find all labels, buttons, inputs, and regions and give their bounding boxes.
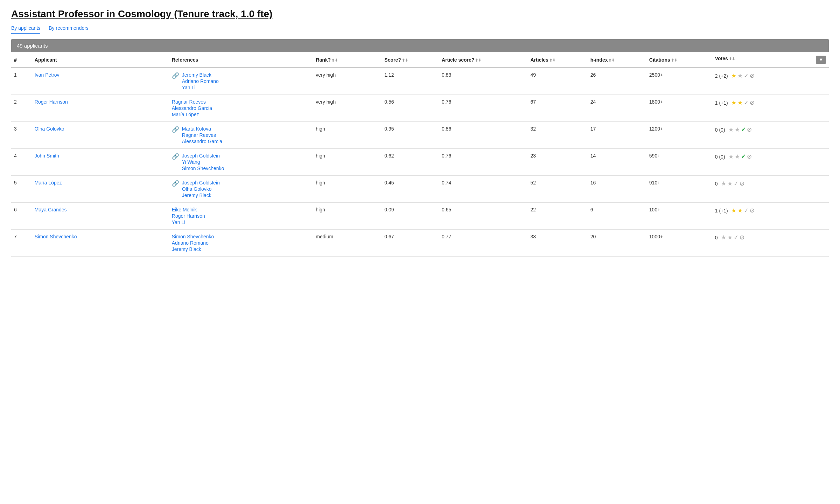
applicant-votes: 0 (0)★★✓⊘ xyxy=(712,122,829,149)
applicant-score: 0.95 xyxy=(382,122,439,149)
row-num: 4 xyxy=(11,149,32,176)
reference-link[interactable]: Alessandro Garcia xyxy=(182,139,222,144)
applicant-rank: high xyxy=(313,176,382,203)
applicant-article-score: 0.74 xyxy=(439,176,528,203)
applicant-name[interactable]: Ivan Petrov xyxy=(32,68,169,95)
applicant-rank: high xyxy=(313,122,382,149)
check-icon[interactable]: ✓ xyxy=(741,126,746,133)
reference-link[interactable]: Yan Li xyxy=(172,219,205,225)
applicant-name[interactable]: John Smith xyxy=(32,149,169,176)
reference-link[interactable]: Marta Kotova xyxy=(182,126,222,132)
applicant-references: 🔗Marta KotovaRagnar ReevesAlessandro Gar… xyxy=(169,122,313,149)
applicant-articles: 32 xyxy=(527,122,587,149)
applicant-name[interactable]: Simon Shevchenko xyxy=(32,230,169,257)
col-votes[interactable]: Votes⬆⬇ ▼ xyxy=(712,52,829,68)
reference-link[interactable]: Olha Golovko xyxy=(182,186,220,192)
check-icon[interactable]: ✓ xyxy=(734,180,738,187)
reference-link[interactable]: Simon Shevchenko xyxy=(172,234,214,239)
star-1-icon[interactable]: ★ xyxy=(731,72,736,79)
applicant-hindex: 26 xyxy=(588,68,646,95)
ban-icon[interactable]: ⊘ xyxy=(750,99,755,106)
applicant-articles: 67 xyxy=(527,95,587,122)
applicant-references: 🔗Joseph GoldsteinOlha GolovkoJeremy Blac… xyxy=(169,176,313,203)
check-icon[interactable]: ✓ xyxy=(734,234,738,241)
reference-link[interactable]: Adriano Romano xyxy=(172,240,214,246)
check-icon[interactable]: ✓ xyxy=(744,72,749,79)
reference-link[interactable]: Ragnar Reeves xyxy=(172,99,212,105)
star-2-icon[interactable]: ★ xyxy=(735,126,740,133)
votes-count: 0 (0) xyxy=(715,127,725,133)
star-1-icon[interactable]: ★ xyxy=(721,234,726,241)
applicant-rank: medium xyxy=(313,230,382,257)
star-2-icon[interactable]: ★ xyxy=(727,234,733,241)
applicant-articles: 23 xyxy=(527,149,587,176)
star-2-icon[interactable]: ★ xyxy=(737,207,743,214)
applicant-name[interactable]: Maya Grandes xyxy=(32,203,169,230)
reference-link[interactable]: Jeremy Black xyxy=(182,192,220,198)
applicant-votes: 0★★✓⊘ xyxy=(712,230,829,257)
star-1-icon[interactable]: ★ xyxy=(728,153,734,160)
star-1-icon[interactable]: ★ xyxy=(731,207,736,214)
filter-button[interactable]: ▼ xyxy=(816,56,826,64)
ban-icon[interactable]: ⊘ xyxy=(747,153,752,160)
tab-by-applicants[interactable]: By applicants xyxy=(11,25,40,34)
applicant-references: 🔗Joseph GoldsteinYi WangSimon Shevchenko xyxy=(169,149,313,176)
reference-link[interactable]: Joseph Goldstein xyxy=(182,153,224,159)
ban-icon[interactable]: ⊘ xyxy=(740,180,744,187)
check-icon[interactable]: ✓ xyxy=(741,153,746,160)
col-article-score[interactable]: Article score?⬆⬇ xyxy=(439,52,528,68)
tab-by-recommenders[interactable]: By recommenders xyxy=(49,25,89,34)
applicant-name[interactable]: Roger Harrison xyxy=(32,95,169,122)
table-row: 6Maya GrandesEike MelnikRoger HarrisonYa… xyxy=(11,203,829,230)
ban-icon[interactable]: ⊘ xyxy=(750,72,755,79)
applicant-name[interactable]: Olha Golovko xyxy=(32,122,169,149)
applicant-citations: 1000+ xyxy=(646,230,712,257)
votes-count: 1 (+1) xyxy=(715,100,728,106)
reference-link[interactable]: Yi Wang xyxy=(182,159,224,165)
star-1-icon[interactable]: ★ xyxy=(731,99,736,106)
applicant-hindex: 17 xyxy=(588,122,646,149)
table-row: 2Roger HarrisonRagnar ReevesAlessandro G… xyxy=(11,95,829,122)
applicant-article-score: 0.76 xyxy=(439,95,528,122)
reference-link[interactable]: Yan Li xyxy=(182,85,219,90)
reference-link[interactable]: Roger Harrison xyxy=(172,213,205,219)
check-icon[interactable]: ✓ xyxy=(744,207,749,214)
reference-link[interactable]: Ragnar Reeves xyxy=(182,132,222,138)
star-2-icon[interactable]: ★ xyxy=(735,153,740,160)
applicant-name[interactable]: María López xyxy=(32,176,169,203)
reference-link[interactable]: Joseph Goldstein xyxy=(182,180,220,186)
star-1-icon[interactable]: ★ xyxy=(728,126,734,133)
ban-icon[interactable]: ⊘ xyxy=(750,207,755,214)
row-num: 2 xyxy=(11,95,32,122)
applicant-votes: 2 (+2)★★✓⊘ xyxy=(712,68,829,95)
applicant-votes: 0★★✓⊘ xyxy=(712,176,829,203)
star-2-icon[interactable]: ★ xyxy=(727,180,733,187)
reference-link[interactable]: Eike Melnik xyxy=(172,207,205,212)
star-2-icon[interactable]: ★ xyxy=(737,72,743,79)
col-citations[interactable]: Citations⬆⬇ xyxy=(646,52,712,68)
ban-icon[interactable]: ⊘ xyxy=(747,126,752,133)
page-title: Assistant Professor in Cosmology (Tenure… xyxy=(11,8,829,20)
applicant-rank: high xyxy=(313,149,382,176)
votes-count: 0 (0) xyxy=(715,154,725,160)
reference-link[interactable]: Alessandro Garcia xyxy=(172,105,212,111)
applicant-score: 0.09 xyxy=(382,203,439,230)
check-icon[interactable]: ✓ xyxy=(744,99,749,106)
reference-link[interactable]: Adriano Romano xyxy=(182,78,219,84)
chain-icon: 🔗 xyxy=(172,126,179,133)
star-2-icon[interactable]: ★ xyxy=(737,99,743,106)
col-rank[interactable]: Rank?⬆⬇ xyxy=(313,52,382,68)
applicant-hindex: 6 xyxy=(588,203,646,230)
col-articles[interactable]: Articles⬆⬇ xyxy=(527,52,587,68)
col-score[interactable]: Score?⬆⬇ xyxy=(382,52,439,68)
reference-link[interactable]: Jeremy Black xyxy=(182,72,219,78)
col-hindex[interactable]: h-index⬆⬇ xyxy=(588,52,646,68)
chain-icon: 🔗 xyxy=(172,180,179,187)
ban-icon[interactable]: ⊘ xyxy=(740,234,744,241)
reference-link[interactable]: Simon Shevchenko xyxy=(182,166,224,171)
star-1-icon[interactable]: ★ xyxy=(721,180,726,187)
votes-count: 0 xyxy=(715,235,718,240)
reference-link[interactable]: Jeremy Black xyxy=(172,246,214,252)
applicant-articles: 22 xyxy=(527,203,587,230)
reference-link[interactable]: María López xyxy=(172,112,212,117)
